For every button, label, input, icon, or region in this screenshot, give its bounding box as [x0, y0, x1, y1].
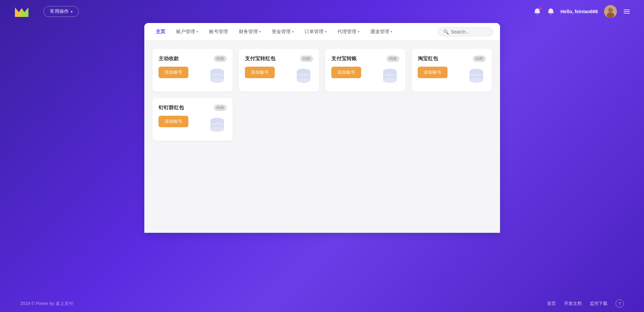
tab-account-mgmt[interactable]: 账户管理 ▾: [171, 27, 203, 37]
add-account-button[interactable]: 添加账号: [159, 67, 188, 78]
chevron-down-icon: ▾: [391, 30, 392, 34]
card-header: 淘宝红包 码商: [418, 55, 486, 62]
logo: [14, 5, 30, 18]
tab-orders[interactable]: 订单管理 ▾: [300, 27, 331, 37]
empty-area: [152, 141, 492, 208]
card-title: 钉钉群红包: [159, 105, 184, 111]
svg-rect-6: [624, 11, 630, 12]
svg-point-18: [297, 77, 310, 83]
footer-link-monitor[interactable]: 监控下载: [590, 300, 607, 307]
card-icon-area: [467, 67, 486, 86]
notification-bell-button[interactable]: [534, 8, 541, 15]
tab-channel[interactable]: 通道管理 ▾: [366, 27, 397, 37]
card-header: 支付宝转红包 码商: [245, 55, 313, 62]
bell-button[interactable]: [547, 8, 555, 15]
card-active-collection: 主动收款 码商 添加账号: [152, 49, 233, 92]
add-account-button[interactable]: 添加账号: [245, 67, 275, 78]
svg-point-3: [608, 8, 613, 13]
footer-links: 首页 开发文档 监控下载 ?: [547, 299, 624, 308]
svg-point-4: [607, 13, 614, 18]
card-alipay-red-packet: 支付宝转红包 码商 添加账号: [239, 49, 319, 92]
hello-text: Hello, feiniao666: [561, 9, 598, 14]
tab-home[interactable]: 主页: [151, 27, 170, 37]
tab-finance[interactable]: 财务管理 ▾: [234, 27, 266, 37]
chevron-down-icon: ▾: [196, 30, 198, 34]
add-account-button[interactable]: 添加账号: [418, 67, 448, 78]
avatar[interactable]: [604, 5, 617, 18]
nav-tabs: 主页 账户管理 ▾ 账号管理 财务管理 ▾ 资金管理 ▾ 订单管理 ▾: [144, 23, 500, 41]
tab-account-num[interactable]: 账号管理: [204, 27, 233, 37]
card-title: 支付宝转账: [331, 55, 357, 62]
card-icon-area: [294, 67, 313, 86]
top-bar-right: Hello, feiniao666: [534, 5, 631, 18]
chevron-down-icon: ▾: [292, 30, 294, 34]
add-account-button[interactable]: 添加账号: [331, 67, 361, 78]
svg-point-28: [470, 77, 483, 83]
footer-copyright: 2019 © Power by 桌上支付·: [20, 300, 74, 307]
card-icon-area: [208, 67, 227, 86]
card-badge: 码商: [300, 55, 313, 62]
card-dingtalk-red-packet: 钉钉群红包 码商 添加账号: [152, 98, 233, 141]
card-title: 主动收款: [159, 55, 179, 62]
chevron-down-icon: ▾: [259, 30, 261, 34]
footer-help-button[interactable]: ?: [616, 299, 624, 308]
card-icon-area: [208, 116, 227, 135]
search-box[interactable]: 🔍: [438, 27, 493, 36]
chevron-down-icon: ▾: [358, 30, 359, 34]
panel-body: 主动收款 码商 添加账号: [144, 41, 500, 217]
svg-marker-1: [22, 7, 28, 17]
svg-point-23: [383, 77, 397, 83]
white-panel: 主页 账户管理 ▾ 账号管理 财务管理 ▾ 资金管理 ▾ 订单管理 ▾: [144, 23, 500, 233]
search-input[interactable]: [451, 29, 488, 35]
cards-grid-row2: 钉钉群红包 码商 添加账号: [152, 98, 492, 141]
card-content: 添加账号: [159, 116, 227, 135]
card-content: 添加账号: [331, 67, 399, 86]
card-header: 支付宝转账 码商: [331, 55, 399, 62]
card-content: 添加账号: [245, 67, 313, 86]
common-ops-button[interactable]: 常用操作 ▾: [43, 6, 79, 17]
main-container: 主页 账户管理 ▾ 账号管理 财务管理 ▾ 资金管理 ▾ 订单管理 ▾: [144, 23, 500, 295]
add-account-button[interactable]: 添加账号: [159, 116, 188, 127]
top-bar: 常用操作 ▾ Hello, feiniao666: [0, 0, 644, 23]
svg-rect-7: [624, 13, 630, 14]
footer-link-docs[interactable]: 开发文档: [564, 300, 582, 307]
svg-point-33: [210, 127, 224, 132]
card-header: 主动收款 码商: [159, 55, 227, 62]
card-content: 添加账号: [418, 67, 486, 86]
card-header: 钉钉群红包 码商: [159, 105, 227, 111]
panel-scroll: 主动收款 码商 添加账号: [144, 41, 500, 217]
search-icon: 🔍: [443, 29, 449, 35]
card-title: 淘宝红包: [418, 55, 438, 62]
footer: 2019 © Power by 桌上支付· 首页 开发文档 监控下载 ?: [0, 295, 644, 312]
chevron-down-icon: ▾: [325, 30, 327, 34]
card-content: 添加账号: [159, 67, 227, 86]
card-badge: 码商: [387, 55, 399, 62]
card-badge: 码商: [214, 105, 227, 111]
card-icon-area: [380, 67, 399, 86]
common-ops-label: 常用操作: [50, 8, 69, 15]
svg-rect-5: [624, 9, 630, 10]
hamburger-menu-button[interactable]: [623, 8, 630, 15]
svg-point-12: [210, 77, 224, 83]
tab-funds[interactable]: 资金管理 ▾: [267, 27, 298, 37]
card-title: 支付宝转红包: [245, 55, 275, 62]
card-badge: 码商: [214, 55, 227, 62]
card-alipay-transfer: 支付宝转账 码商 添加账号: [325, 49, 406, 92]
cards-grid-row1: 主动收款 码商 添加账号: [152, 49, 492, 92]
card-taobao-red-packet: 淘宝红包 码商 添加账号: [412, 49, 492, 92]
chevron-down-icon: ▾: [71, 10, 72, 14]
notification-dot: [539, 7, 541, 9]
card-badge: 码商: [473, 55, 486, 62]
footer-link-home[interactable]: 首页: [547, 300, 556, 307]
tab-agent[interactable]: 代理管理 ▾: [333, 27, 364, 37]
svg-marker-0: [15, 7, 22, 17]
